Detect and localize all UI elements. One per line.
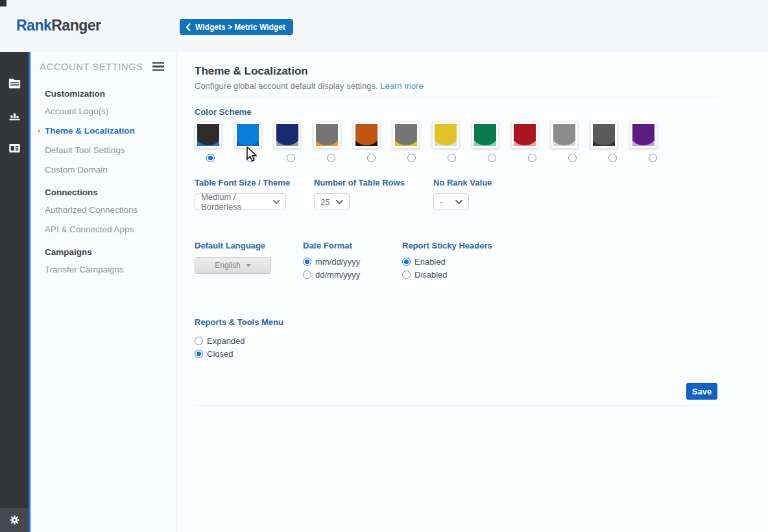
color-scheme-swatches [195, 121, 717, 149]
color-swatch[interactable] [630, 121, 657, 149]
sticky-headers-option[interactable]: Enabled [402, 257, 492, 267]
nav-title: ACCOUNT SETTINGS [40, 61, 143, 72]
color-swatch-radio[interactable] [287, 154, 295, 162]
sticky-headers-option[interactable]: Disabled [402, 270, 492, 280]
default-language-label: Default Language [195, 241, 303, 250]
date-format-option[interactable]: dd/mm/yyyy [303, 270, 402, 280]
bar-chart-icon[interactable] [7, 109, 21, 122]
settings-gear-button[interactable] [0, 508, 29, 532]
color-swatch-radio[interactable] [649, 154, 657, 162]
color-swatch[interactable] [353, 121, 380, 149]
reports-menu-option[interactable]: Expanded [195, 336, 717, 346]
color-swatch-radio[interactable] [367, 154, 376, 162]
reports-tools-menu-label: Reports & Tools Menu [195, 317, 717, 327]
nav-section-campaigns: Campaigns [45, 247, 176, 257]
layout-icon[interactable] [7, 141, 21, 154]
logo-part-rank: Rank [16, 17, 51, 34]
back-to-widgets-button[interactable]: Widgets > Metric Widget [180, 19, 293, 35]
color-swatch-radio[interactable] [488, 154, 496, 162]
table-rows-select[interactable]: 25 [314, 193, 350, 210]
sticky-headers-radio-group: EnabledDisabled [402, 257, 492, 280]
save-button[interactable]: Save [686, 383, 717, 400]
color-swatch[interactable] [195, 121, 222, 149]
language-dropdown-button[interactable]: English [195, 257, 271, 274]
nav-item-transfer-campaigns[interactable]: Transfer Campaigns [45, 265, 176, 274]
color-swatch[interactable] [472, 121, 499, 149]
table-font-select[interactable]: Medium / Borderless [195, 193, 286, 210]
date-format-radio-group: mm/dd/yyyydd/mm/yyyy [303, 257, 402, 280]
color-swatch[interactable] [432, 121, 459, 149]
logo-part-ranger: Ranger [51, 17, 101, 34]
color-swatch[interactable] [551, 121, 578, 149]
color-scheme-radios [206, 154, 717, 162]
sticky-headers-radio[interactable] [402, 271, 411, 279]
reports-menu-option-label: Closed [207, 349, 233, 359]
top-header: RankRanger Widgets > Metric Widget [0, 0, 768, 52]
nav-item-authorized-connections[interactable]: Authorized Connections [45, 205, 176, 215]
back-button-label: Widgets > Metric Widget [195, 23, 285, 32]
color-swatch[interactable] [590, 121, 618, 149]
color-swatch[interactable] [274, 121, 301, 149]
sticky-headers-radio[interactable] [402, 258, 411, 266]
learn-more-link[interactable]: Learn more [380, 81, 423, 91]
color-swatch[interactable] [511, 121, 538, 149]
reports-menu-option-label: Expanded [207, 336, 245, 346]
color-swatch-radio[interactable] [407, 154, 416, 162]
reports-menu-radio[interactable] [195, 337, 203, 345]
color-swatch[interactable] [392, 121, 420, 149]
color-swatch-radio[interactable] [327, 154, 335, 162]
color-swatch-radio[interactable] [246, 154, 255, 162]
no-rank-select[interactable]: - [433, 193, 469, 210]
page-title: Theme & Localization [195, 65, 717, 78]
date-format-label: Date Format [303, 241, 402, 250]
sticky-headers-option-label: Enabled [414, 257, 446, 267]
icon-rail [0, 52, 30, 532]
nav-item-theme-localization[interactable]: › Theme & Localization [45, 126, 176, 136]
color-swatch-radio[interactable] [448, 154, 456, 162]
sticky-headers-label: Report Sticky Headers [402, 241, 492, 250]
chevron-left-icon [186, 23, 191, 31]
color-scheme-label: Color Scheme [195, 107, 717, 117]
nav-item-default-tool-settings[interactable]: Default Tool Settings [45, 145, 176, 155]
color-swatch-radio[interactable] [528, 154, 536, 162]
corner-chip [0, 0, 6, 6]
color-swatch-radio[interactable] [568, 154, 577, 162]
nav-item-custom-domain[interactable]: Custom Domain [45, 165, 176, 175]
divider [195, 97, 717, 97]
no-rank-label: No Rank Value [433, 178, 492, 187]
date-format-option[interactable]: mm/dd/yyyy [303, 257, 402, 267]
sticky-headers-option-label: Disabled [414, 270, 448, 280]
date-format-radio[interactable] [303, 271, 311, 279]
chevron-down-icon [336, 200, 343, 204]
date-format-option-label: dd/mm/yyyy [315, 270, 360, 280]
main-content: Theme & Localization Configure global ac… [176, 52, 768, 532]
folder-icon[interactable] [7, 77, 21, 90]
nav-item-account-logos[interactable]: Account Logo(s) [45, 106, 176, 116]
color-swatch[interactable] [234, 121, 261, 149]
caret-down-icon [246, 264, 251, 267]
account-settings-nav: ACCOUNT SETTINGS Customization Account L… [30, 52, 176, 532]
table-rows-label: Number of Table Rows [314, 178, 433, 187]
divider [195, 405, 717, 406]
page-subtitle: Configure global account default display… [195, 81, 717, 91]
color-swatch[interactable] [313, 121, 341, 149]
active-chevron-icon: › [38, 127, 40, 134]
hamburger-icon[interactable] [151, 61, 165, 72]
color-swatch-radio[interactable] [608, 154, 617, 162]
reports-menu-option[interactable]: Closed [195, 349, 717, 359]
rankranger-logo: RankRanger [16, 17, 101, 34]
table-font-label: Table Font Size / Theme [195, 178, 314, 187]
gear-icon [9, 514, 20, 526]
chevron-down-icon [455, 200, 462, 204]
chevron-down-icon [273, 200, 280, 204]
date-format-option-label: mm/dd/yyyy [315, 257, 360, 267]
nav-section-connections: Connections [45, 187, 176, 197]
reports-menu-radio[interactable] [195, 350, 203, 358]
nav-section-customization: Customization [45, 89, 176, 99]
reports-menu-radio-group: ExpandedClosed [195, 336, 717, 359]
date-format-radio[interactable] [303, 258, 311, 266]
color-swatch-radio[interactable] [206, 154, 215, 162]
nav-item-api-connected-apps[interactable]: API & Connected Apps [45, 224, 176, 234]
